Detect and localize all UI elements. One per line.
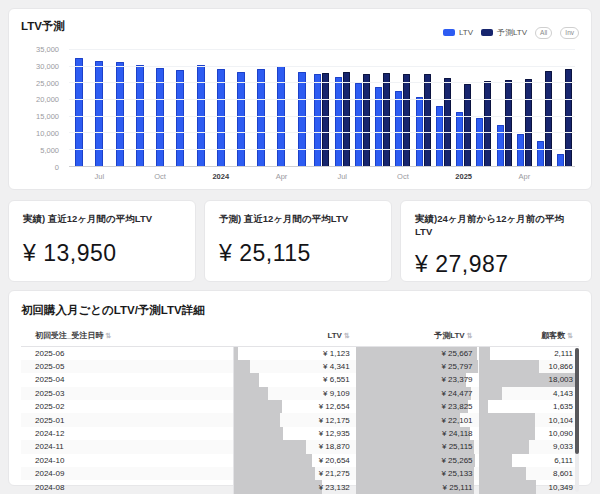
cell-pred: ¥ 24,477	[356, 387, 479, 400]
cell-value: 4,143	[553, 389, 573, 398]
cell-month: 2025-02	[21, 400, 233, 413]
pred-ltv-bar-2024-12[interactable]	[444, 78, 451, 166]
table-row-2025-06[interactable]: 2025-06¥ 1,123¥ 25,6672,111	[21, 347, 579, 360]
cell-cust: 1,635	[479, 400, 579, 413]
pred-ltv-bar-2024-11[interactable]	[424, 74, 431, 166]
ltv-forecast-chart-card: LTV予測 LTV 予測LTV All Inv 35,00030,00025,0…	[8, 8, 592, 190]
cell-month: 2024-11	[21, 440, 233, 453]
cell-value: ¥ 23,825	[441, 402, 472, 411]
ltv-bar-2024-03[interactable]	[257, 69, 265, 166]
ltv-bar-2024-05[interactable]	[298, 72, 306, 166]
pred-ltv-bar-2025-01[interactable]	[464, 84, 471, 166]
cell-databar	[234, 373, 259, 386]
range-all-button[interactable]: All	[535, 27, 552, 39]
table-row-2024-09[interactable]: 2024-09¥ 21,275¥ 25,1338,601	[21, 467, 579, 480]
cell-ltv: ¥ 23,132	[233, 480, 356, 493]
cell-databar	[479, 347, 491, 360]
cell-pred: ¥ 25,265	[356, 454, 479, 467]
kpi-value: ¥ 25,115	[219, 240, 377, 267]
ltv-bar-2023-08[interactable]	[116, 62, 124, 166]
table-row-2024-08[interactable]: 2024-08¥ 23,132¥ 25,11110,349	[21, 480, 579, 493]
x-axis-tick-label: 2024	[212, 172, 229, 181]
pred-ltv-bar-2024-09[interactable]	[383, 73, 390, 166]
table-row-2024-11[interactable]: 2024-11¥ 18,870¥ 25,1159,033	[21, 440, 579, 453]
cell-value: 8,601	[553, 469, 573, 478]
cell-databar	[479, 400, 488, 413]
cell-month: 2024-09	[21, 467, 233, 480]
pred-ltv-bar-2024-08[interactable]	[363, 74, 370, 166]
ltv-bar-2024-01[interactable]	[217, 69, 225, 166]
pred-ltv-bar-2025-02[interactable]	[484, 81, 491, 166]
y-axis-tick-label: 30,000	[36, 61, 59, 70]
cell-cust: 2,111	[479, 347, 579, 360]
pred-ltv-bar-2024-07[interactable]	[343, 72, 350, 166]
cell-pred: ¥ 23,825	[356, 400, 479, 413]
cell-value: ¥ 18,870	[319, 442, 350, 451]
cell-value: ¥ 22,101	[441, 416, 472, 425]
kpi-label: 実績) 直近12ヶ月間の平均LTV	[23, 213, 181, 226]
ltv-bar-2025-04[interactable]	[517, 134, 524, 165]
table-row-2025-05[interactable]: 2025-05¥ 4,341¥ 25,79710,866	[21, 360, 579, 373]
cell-cust: 10,349	[479, 480, 579, 493]
pred-ltv-bar-2025-03[interactable]	[505, 80, 512, 166]
cell-value: ¥ 21,275	[319, 469, 350, 478]
pred-ltv-bar-2024-06[interactable]	[322, 73, 329, 166]
range-inv-button[interactable]: Inv	[560, 27, 579, 39]
legend-item-pred-ltv[interactable]: 予測LTV	[481, 27, 527, 38]
y-axis-tick-label: 10,000	[36, 129, 59, 138]
ltv-bar-2024-06[interactable]	[314, 74, 321, 166]
column-header-cust[interactable]: 顧客数⇅	[479, 326, 579, 347]
sort-icon: ⇅	[567, 332, 573, 339]
ltv-bar-2024-11[interactable]	[416, 97, 423, 166]
cell-value: ¥ 24,118	[442, 429, 473, 438]
cell-cust: 8,601	[479, 467, 579, 480]
cell-value: ¥ 25,115	[442, 442, 473, 451]
column-header-pred[interactable]: 予測LTV⇅	[356, 326, 479, 347]
cell-value: ¥ 12,935	[319, 429, 350, 438]
ltv-bar-2024-08[interactable]	[355, 83, 362, 166]
cell-pred: ¥ 25,111	[356, 480, 479, 493]
cell-ltv: ¥ 21,275	[233, 467, 356, 480]
ltv-bar-2023-07[interactable]	[95, 61, 103, 166]
column-header-ltv[interactable]: LTV⇅	[233, 326, 356, 347]
ltv-bar-2024-02[interactable]	[237, 72, 245, 166]
ltv-bar-2024-07[interactable]	[335, 77, 342, 166]
table-row-2025-01[interactable]: 2025-01¥ 12,175¥ 22,10110,104	[21, 413, 579, 426]
gridline	[69, 49, 575, 50]
ltv-bar-2025-05[interactable]	[537, 141, 544, 165]
cell-databar	[479, 413, 535, 426]
table-scrollbar-thumb[interactable]	[575, 348, 579, 454]
ltv-bar-2023-11[interactable]	[176, 70, 184, 166]
cell-databar	[234, 467, 315, 480]
kpi-value: ¥ 13,950	[23, 240, 181, 267]
pred-ltv-bar-2024-10[interactable]	[403, 74, 410, 166]
table-row-2025-02[interactable]: 2025-02¥ 12,654¥ 23,8251,635	[21, 400, 579, 413]
cell-cust: 10,090	[479, 427, 579, 440]
legend-item-ltv[interactable]: LTV	[443, 28, 473, 37]
cell-value: 10,349	[549, 483, 573, 492]
cell-databar	[479, 440, 529, 453]
cell-pred: ¥ 22,101	[356, 413, 479, 426]
table-row-2024-12[interactable]: 2024-12¥ 12,935¥ 24,11810,090	[21, 427, 579, 440]
ltv-bar-2025-02[interactable]	[476, 118, 483, 166]
ltv-bar-2025-01[interactable]	[456, 112, 463, 166]
x-axis-tick-label: Apr	[519, 172, 531, 181]
ltv-bar-2025-06[interactable]	[557, 154, 564, 166]
gridline	[69, 132, 575, 133]
table-row-2024-10[interactable]: 2024-10¥ 20,654¥ 25,2656,111	[21, 454, 579, 467]
cell-value: ¥ 25,667	[441, 349, 472, 358]
ltv-bar-2024-10[interactable]	[395, 91, 402, 166]
legend-label-ltv: LTV	[459, 28, 473, 37]
cell-databar	[479, 387, 502, 400]
cell-cust: 18,003	[479, 373, 579, 386]
table-row-2025-03[interactable]: 2025-03¥ 9,109¥ 24,4774,143	[21, 387, 579, 400]
cell-cust: 10,104	[479, 413, 579, 426]
table-row-2025-04[interactable]: 2025-04¥ 6,551¥ 23,37918,003	[21, 373, 579, 386]
cell-databar	[234, 413, 281, 426]
cell-databar	[479, 360, 539, 373]
pred-ltv-bar-2025-05[interactable]	[545, 71, 552, 166]
pred-ltv-bar-2025-04[interactable]	[525, 79, 532, 166]
column-header-month[interactable]: 初回受注_受注日時⇅	[21, 326, 233, 347]
cell-databar	[234, 347, 238, 360]
cell-pred: ¥ 25,667	[356, 347, 479, 360]
